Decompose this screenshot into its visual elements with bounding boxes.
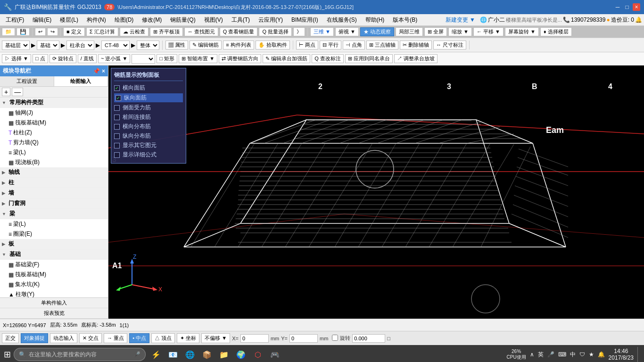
tree-item-found-beam[interactable]: ▦基础梁(F) — [7, 260, 108, 270]
rebar-item-horiz-dist[interactable]: 横向分布筋 — [114, 123, 183, 131]
rotate-checkbox[interactable] — [332, 335, 338, 341]
arc-btn[interactable]: ~ 逆小弧 ▼ — [98, 54, 130, 63]
tree-item-sump[interactable]: ▦集水坑(K) — [7, 280, 108, 289]
ortho-btn[interactable]: 正交 — [2, 333, 19, 343]
tray-icon-1[interactable]: ∧ — [530, 351, 534, 358]
menu-edit[interactable]: 编辑(E) — [29, 15, 55, 25]
view-select[interactable]: 整体 — [137, 41, 159, 50]
tree-group-wall[interactable]: 墙 — [0, 188, 108, 198]
menu-cloud[interactable]: 云应用(Y) — [255, 15, 287, 25]
dynamic-btn[interactable]: ★ 动态观察 — [360, 27, 394, 36]
rebar-cb-3[interactable] — [114, 105, 120, 111]
rebar-cb-2[interactable]: ✓ — [116, 95, 121, 101]
menu-floor[interactable]: 楼层(L) — [56, 15, 82, 25]
close-button[interactable]: × — [633, 3, 640, 11]
mic-tray-icon[interactable]: 🎤 — [547, 351, 554, 358]
menu-file[interactable]: 工程(F) — [2, 15, 28, 25]
fullscreen-btn[interactable]: ⊞ 全屏 — [424, 27, 447, 36]
endpoint-btn[interactable]: → 重点 — [104, 333, 127, 343]
check-mark-btn[interactable]: Q 查改标注 — [312, 54, 344, 63]
keyboard-icon[interactable]: ⌨ — [558, 351, 566, 358]
tree-group-col[interactable]: 柱 — [0, 178, 108, 188]
rebar-cb-1[interactable]: ✓ — [114, 85, 120, 91]
menu-component[interactable]: 构件(N) — [83, 15, 110, 25]
tree-item-axis[interactable]: ▦轴网(J) — [7, 108, 108, 118]
tree-item-beam[interactable]: ≡梁(L) — [7, 148, 108, 157]
rebar-item-show-other[interactable]: 显示其它图元 — [114, 141, 183, 149]
screen-rotate-btn[interactable]: 屏幕旋转 ▼ — [505, 27, 539, 36]
taskbar-app-explorer[interactable]: 📁 — [216, 347, 231, 362]
tree-item-slab[interactable]: ▦现浇板(B) — [7, 157, 108, 167]
undo-btn[interactable]: ↩ — [35, 28, 46, 36]
menu-modify[interactable]: 修改(M) — [138, 15, 165, 25]
pillar-select[interactable]: 柱承台 — [66, 41, 94, 50]
open-btn[interactable]: 📁 — [2, 28, 15, 36]
menu-tools[interactable]: 工具(T) — [228, 15, 254, 25]
sidebar-close-btn[interactable]: × — [102, 68, 105, 74]
ime-icon[interactable]: 中 — [570, 351, 576, 359]
pick-btn[interactable]: ✋ 拾取构件 — [256, 41, 290, 49]
adjust-btn[interactable]: ⇄ 调整钢筋方向 — [219, 54, 261, 63]
define-btn[interactable]: ■ 定义 — [63, 27, 85, 36]
local3d-btn[interactable]: 局部三维 — [396, 27, 423, 36]
midpoint-btn[interactable]: • 中点 — [129, 333, 149, 343]
tree-item-ring-beam[interactable]: ≡圈梁(E) — [7, 229, 108, 239]
intersection-btn[interactable]: ✕ 交点 — [79, 333, 102, 343]
foundation-select[interactable]: 基础 — [37, 41, 59, 50]
rect-btn[interactable]: □ 矩形 — [157, 54, 177, 63]
more-btn[interactable]: 》 — [293, 27, 305, 36]
taskbar-app-6[interactable]: 🎮 — [267, 347, 282, 362]
tree-group-common[interactable]: 常用构件类型 — [0, 98, 108, 108]
redo-btn[interactable]: ↪ — [47, 28, 58, 36]
tree-add-btn[interactable]: + — [2, 88, 10, 96]
rebar-item-show-detail[interactable]: 显示详细公式 — [114, 151, 183, 159]
taskbar-app-3[interactable]: 📦 — [199, 347, 215, 362]
dynamic-input-btn[interactable]: 动态输入 — [50, 333, 77, 343]
apply-same-btn[interactable]: ⊞ 应用到同名承台 — [345, 54, 393, 63]
snap-btn[interactable]: 对象捕捉 — [21, 333, 48, 343]
taskbar-app-4[interactable]: 🌍 — [233, 347, 248, 362]
del-axis-btn[interactable]: ✂ 删除辅轴 — [400, 41, 432, 49]
tree-item-col-pier[interactable]: ▲柱墩(Y) — [7, 289, 108, 297]
new-change-btn[interactable]: 新建变更 ▼ — [442, 15, 479, 25]
tree-item-beam-l[interactable]: ≡梁(L) — [7, 219, 108, 229]
smart-btn[interactable]: ⊞ 智能布置 ▼ — [179, 54, 217, 63]
tree-group-slab[interactable]: 板 — [0, 239, 108, 249]
rebar-item-long-face[interactable]: ✓ 纵向面筋 — [114, 93, 183, 102]
batch-select-btn[interactable]: Q 批量选择 — [259, 27, 292, 36]
adjust-slope-btn[interactable]: ↗ 调整承台放坡 — [394, 54, 438, 63]
sum-btn[interactable]: Σ 汇总计算 — [86, 27, 118, 36]
menu-version[interactable]: 版本号(B) — [389, 15, 421, 25]
tree-item-raft[interactable]: ▦筏板基础(M) — [7, 118, 108, 128]
arc-select[interactable] — [132, 54, 155, 64]
menu-steel-qty[interactable]: 钢筋量(Q) — [166, 15, 199, 25]
tree-remove-btn[interactable]: — — [12, 88, 23, 96]
property-btn[interactable]: ▦ 属性 — [165, 41, 188, 49]
floor-select[interactable]: 基础层 — [2, 41, 30, 50]
fav-icon[interactable]: ★ — [589, 351, 594, 358]
tab-project[interactable]: 工程设置 — [0, 76, 54, 86]
rebar-cb-6[interactable] — [114, 133, 120, 139]
parallel-btn[interactable]: ⊟ 平行 — [320, 41, 341, 49]
three-point-btn[interactable]: ⊞ 三点辅轴 — [366, 41, 398, 49]
component-list-btn[interactable]: ≡ 构件列表 — [223, 41, 254, 49]
select-btn[interactable]: ▷ 选择 ▼ — [2, 54, 31, 63]
sidebar-pin-btn[interactable]: 📌 — [93, 68, 100, 74]
tree-item-shear[interactable]: T剪力墙(Q) — [7, 138, 108, 148]
taskbar-app-5[interactable]: ⬡ — [250, 347, 265, 362]
notify-icon[interactable]: 🔔 — [598, 351, 605, 358]
rebar-cb-7[interactable] — [114, 143, 120, 148]
align-top-btn[interactable]: ⊞ 齐平板顶 — [150, 27, 183, 36]
view-btn[interactable]: 俯视 ▼ — [335, 27, 359, 36]
vertex-btn[interactable]: △ 顶点 — [151, 333, 175, 343]
rebar-cb-4[interactable] — [114, 115, 120, 120]
security-icon[interactable]: 🛡 — [579, 351, 585, 358]
line-btn[interactable]: / 直线 — [78, 54, 97, 63]
find-btn[interactable]: ↔ 查找图元 — [184, 27, 218, 36]
two-point-btn[interactable]: ⊢ 两点 — [296, 41, 318, 49]
rotate-input[interactable] — [352, 334, 385, 343]
view-steel-btn[interactable]: Q 查看钢筋量 — [220, 27, 258, 36]
point-btn[interactable]: □ 点 — [33, 54, 48, 63]
minimize-button[interactable]: ─ — [614, 3, 621, 11]
edit-reinforce-btn[interactable]: ✎ 编辑承台加强筋 — [263, 54, 310, 63]
